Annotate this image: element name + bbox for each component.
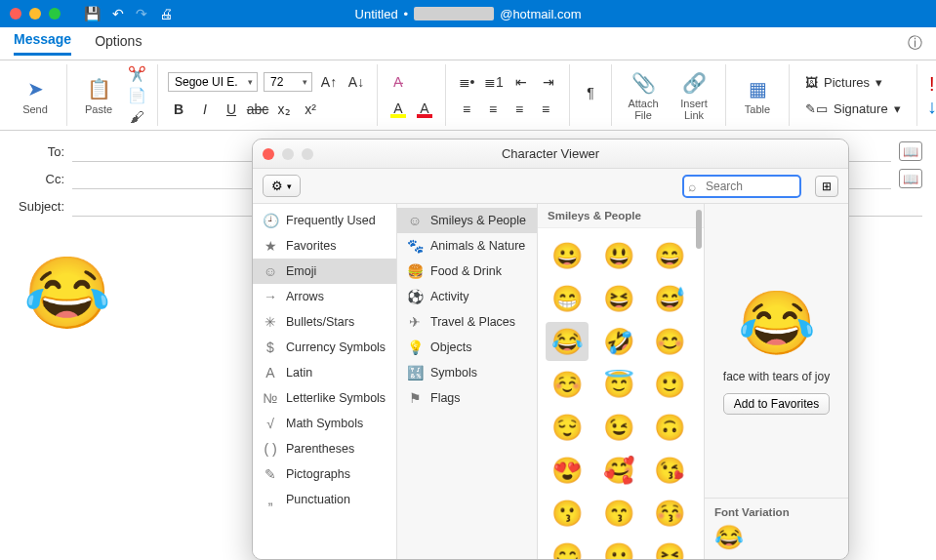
align-center-button[interactable]: ≡ bbox=[482, 99, 504, 120]
emoji-cell[interactable]: 😗 bbox=[546, 494, 589, 533]
cv-sub-category-item[interactable]: ⚽Activity bbox=[397, 284, 537, 309]
cv-main-category-item[interactable]: 🕘Frequently Used bbox=[253, 208, 396, 233]
copy-icon[interactable]: 📄 bbox=[126, 87, 147, 104]
send-button[interactable]: ➤ Send bbox=[14, 76, 57, 115]
emoji-cell[interactable]: 😄 bbox=[648, 236, 691, 275]
print-icon[interactable]: 🖨 bbox=[159, 6, 173, 21]
emoji-cell[interactable]: 😃 bbox=[597, 236, 640, 275]
outdent-button[interactable]: ⇤ bbox=[510, 71, 532, 93]
cv-main-category-item[interactable]: ALatin bbox=[253, 360, 396, 385]
grow-font-icon[interactable]: A↑ bbox=[318, 71, 340, 93]
emoji-cell[interactable]: 😊 bbox=[648, 322, 691, 361]
font-color-button[interactable]: A bbox=[414, 99, 435, 120]
clear-format-button[interactable]: A̶ bbox=[387, 71, 409, 93]
font-size-select[interactable] bbox=[264, 72, 312, 92]
emoji-cell[interactable]: 🤣 bbox=[597, 322, 640, 361]
bullets-button[interactable]: ≣• bbox=[456, 71, 477, 93]
high-importance-icon[interactable]: ! bbox=[929, 73, 935, 96]
cv-sub-category-item[interactable]: 💡Objects bbox=[397, 335, 537, 360]
cv-main-category-item[interactable]: √Math Symbols bbox=[253, 411, 396, 436]
emoji-cell[interactable]: 😂 bbox=[546, 322, 589, 361]
cv-minimize[interactable] bbox=[282, 148, 294, 160]
show-marks-button[interactable]: ¶ bbox=[580, 82, 601, 103]
maximize-window[interactable] bbox=[49, 8, 61, 20]
signature-button[interactable]: ✎▭ Signature ▾ bbox=[799, 98, 907, 120]
emoji-cell[interactable]: 😀 bbox=[546, 236, 589, 275]
help-icon[interactable]: ⓘ bbox=[908, 34, 922, 53]
cv-sub-category-item[interactable]: 🐾Animals & Nature bbox=[397, 233, 537, 259]
emoji-cell[interactable]: 😚 bbox=[648, 494, 691, 533]
numbering-button[interactable]: ≣1 bbox=[483, 71, 505, 93]
emoji-cell[interactable]: ☺️ bbox=[546, 365, 589, 404]
align-left-button[interactable]: ≡ bbox=[456, 99, 477, 120]
emoji-cell[interactable]: 😝 bbox=[648, 537, 691, 559]
cv-search-input[interactable] bbox=[682, 175, 801, 198]
emoji-cell[interactable]: 🥰 bbox=[597, 451, 640, 490]
cv-sub-category-item[interactable]: 🔣Symbols bbox=[397, 360, 537, 385]
cv-sub-category-item[interactable]: ⚑Flags bbox=[397, 385, 537, 411]
cv-sub-category-item[interactable]: ✈Travel & Places bbox=[397, 309, 537, 335]
table-button[interactable]: ▦ Table bbox=[736, 76, 779, 115]
bold-button[interactable]: B bbox=[168, 99, 189, 120]
cv-main-category-item[interactable]: ✳︎Bullets/Stars bbox=[253, 309, 396, 335]
strike-button[interactable]: abc bbox=[247, 99, 268, 120]
attach-file-button[interactable]: 📎 Attach File bbox=[622, 70, 665, 121]
cv-sub-category-item[interactable]: 🍔Food & Drink bbox=[397, 259, 537, 284]
emoji-cell[interactable]: 😛 bbox=[597, 537, 640, 559]
cv-gear-menu[interactable]: ⚙ ▾ bbox=[263, 175, 301, 197]
save-icon[interactable]: 💾 bbox=[84, 6, 101, 21]
cv-main-category-item[interactable]: ( )Parentheses bbox=[253, 436, 396, 461]
cv-close[interactable] bbox=[263, 148, 274, 160]
emoji-cell[interactable]: 😅 bbox=[648, 279, 691, 318]
align-right-button[interactable]: ≡ bbox=[509, 99, 530, 120]
shrink-font-icon[interactable]: A↓ bbox=[346, 71, 367, 93]
emoji-cell[interactable]: 🙃 bbox=[648, 408, 691, 447]
tab-options[interactable]: Options bbox=[95, 33, 142, 55]
justify-button[interactable]: ≡ bbox=[535, 99, 556, 120]
cv-main-category-item[interactable]: ☺Emoji bbox=[253, 259, 396, 284]
emoji-cell[interactable]: 😋 bbox=[546, 537, 589, 559]
to-address-book-button[interactable]: 📖 bbox=[899, 141, 922, 161]
cc-address-book-button[interactable]: 📖 bbox=[899, 169, 922, 188]
minimize-window[interactable] bbox=[29, 8, 41, 20]
cv-main-category-item[interactable]: „Punctuation bbox=[253, 487, 396, 512]
subscript-button[interactable]: x₂ bbox=[273, 99, 295, 120]
cv-sub-category-item[interactable]: ☺Smileys & People bbox=[397, 208, 537, 233]
redo-icon[interactable]: ↷ bbox=[136, 6, 147, 21]
undo-icon[interactable]: ↶ bbox=[112, 6, 124, 21]
add-to-favorites-button[interactable]: Add to Favorites bbox=[723, 393, 830, 415]
pictures-button[interactable]: 🖼 Pictures ▾ bbox=[799, 71, 888, 94]
emoji-cell[interactable]: 😌 bbox=[546, 408, 589, 447]
paste-button[interactable]: 📋 Paste bbox=[77, 76, 120, 115]
cv-main-category-item[interactable]: ★Favorites bbox=[253, 233, 396, 259]
underline-button[interactable]: U bbox=[221, 99, 242, 120]
cut-icon[interactable]: ✂️ bbox=[126, 65, 147, 83]
emoji-cell[interactable]: 😙 bbox=[597, 494, 640, 533]
emoji-cell[interactable]: 😇 bbox=[597, 365, 640, 404]
cv-main-category-item[interactable]: $Currency Symbols bbox=[253, 335, 396, 360]
italic-button[interactable]: I bbox=[194, 99, 216, 120]
cv-main-category-item[interactable]: →Arrows bbox=[253, 284, 396, 309]
cv-scrollbar-thumb[interactable] bbox=[696, 210, 702, 249]
indent-button[interactable]: ⇥ bbox=[538, 71, 559, 93]
highlight-color-button[interactable]: A bbox=[387, 99, 409, 120]
cv-main-category-item[interactable]: ✎Pictographs bbox=[253, 461, 396, 487]
format-painter-icon[interactable]: 🖌 bbox=[126, 108, 147, 125]
tab-message[interactable]: Message bbox=[14, 31, 71, 56]
emoji-cell[interactable]: 😍 bbox=[546, 451, 589, 490]
cv-main-category-item[interactable]: №Letterlike Symbols bbox=[253, 385, 396, 411]
font-family-select[interactable] bbox=[168, 72, 258, 92]
superscript-button[interactable]: x² bbox=[300, 99, 321, 120]
close-window[interactable] bbox=[10, 8, 21, 20]
cv-maximize[interactable] bbox=[302, 148, 313, 160]
cv-variation-emoji[interactable]: 😂 bbox=[714, 524, 838, 551]
cv-preview-name: face with tears of joy bbox=[723, 370, 830, 383]
emoji-cell[interactable]: 😉 bbox=[597, 408, 640, 447]
emoji-cell[interactable]: 😆 bbox=[597, 279, 640, 318]
emoji-cell[interactable]: 🙂 bbox=[648, 365, 691, 404]
insert-link-button[interactable]: 🔗 Insert Link bbox=[672, 70, 715, 121]
emoji-cell[interactable]: 😁 bbox=[546, 279, 589, 318]
emoji-cell[interactable]: 😘 bbox=[648, 451, 691, 490]
cv-grid-toggle[interactable]: ⊞ bbox=[815, 176, 838, 197]
low-importance-icon[interactable]: ↓ bbox=[927, 96, 936, 118]
